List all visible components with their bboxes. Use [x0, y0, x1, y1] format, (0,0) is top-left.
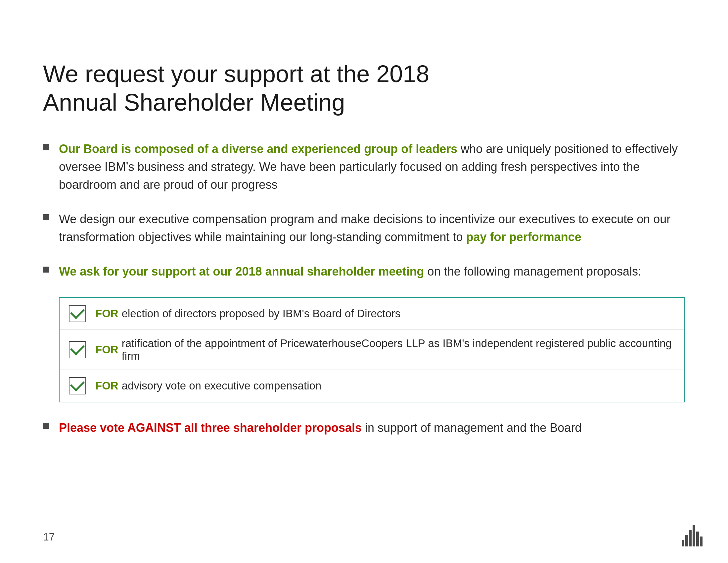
logo-bar-5 — [696, 532, 699, 546]
bullet-text-3: We ask for your support at our 2018 annu… — [59, 262, 685, 280]
checkbox-for-1: FOR — [95, 307, 118, 320]
checkbox-row-3: FOR advisory vote on executive compensat… — [60, 370, 684, 402]
page-number: 17 — [43, 531, 55, 543]
checkbox-for-3: FOR — [95, 380, 118, 392]
bullet-item-3: We ask for your support at our 2018 annu… — [43, 262, 685, 280]
corner-logo — [682, 520, 708, 546]
checkbox-table: FOR election of directors proposed by IB… — [59, 297, 685, 402]
bullet4-normal: in support of management and the Board — [362, 421, 581, 435]
slide-container: We request your support at the 2018 Annu… — [0, 0, 728, 563]
bullet1-green: Our Board is composed of a diverse and e… — [59, 142, 457, 156]
logo-bar-6 — [700, 537, 703, 546]
logo-bar-2 — [685, 535, 688, 546]
checkbox-icon-2 — [69, 341, 86, 358]
bullet-marker-3 — [43, 266, 49, 272]
bullet4-red: Please vote AGAINST all three shareholde… — [59, 421, 362, 435]
bullet-text-2: We design our executive compensation pro… — [59, 210, 685, 246]
checkbox-row-2: FOR ratification of the appointment of P… — [60, 330, 684, 370]
bullet-section: Our Board is composed of a diverse and e… — [43, 140, 685, 280]
checkbox-text-2: ratification of the appointment of Price… — [122, 337, 675, 362]
checkbox-row-1: FOR election of directors proposed by IB… — [60, 298, 684, 330]
checkbox-text-1: election of directors proposed by IBM's … — [122, 307, 401, 320]
bullet-item-1: Our Board is composed of a diverse and e… — [43, 140, 685, 194]
checkbox-text-3: advisory vote on executive compensation — [122, 380, 322, 392]
bullet-marker-2 — [43, 214, 49, 220]
bullet-marker-4 — [43, 423, 49, 429]
checkbox-icon-3 — [69, 377, 86, 395]
logo-bars — [682, 523, 708, 546]
bullet-marker-1 — [43, 144, 49, 150]
checkbox-icon-1 — [69, 305, 86, 322]
logo-bar-1 — [682, 540, 684, 546]
bullet2-green: pay for performance — [466, 230, 581, 244]
logo-bar-4 — [693, 525, 695, 546]
bullet3-normal: on the following management proposals: — [424, 264, 641, 278]
title-line2: Annual Shareholder Meeting — [43, 89, 345, 116]
main-title: We request your support at the 2018 Annu… — [43, 60, 685, 117]
bullet-text-4: Please vote AGAINST all three shareholde… — [59, 419, 685, 437]
bullet-item-2: We design our executive compensation pro… — [43, 210, 685, 246]
bullet-text-1: Our Board is composed of a diverse and e… — [59, 140, 685, 194]
logo-bar-3 — [689, 530, 692, 546]
bullet-item-4: Please vote AGAINST all three shareholde… — [43, 419, 685, 437]
checkbox-for-2: FOR — [95, 344, 118, 356]
title-line1: We request your support at the 2018 — [43, 61, 429, 87]
bullet3-green: We ask for your support at our 2018 annu… — [59, 264, 424, 278]
